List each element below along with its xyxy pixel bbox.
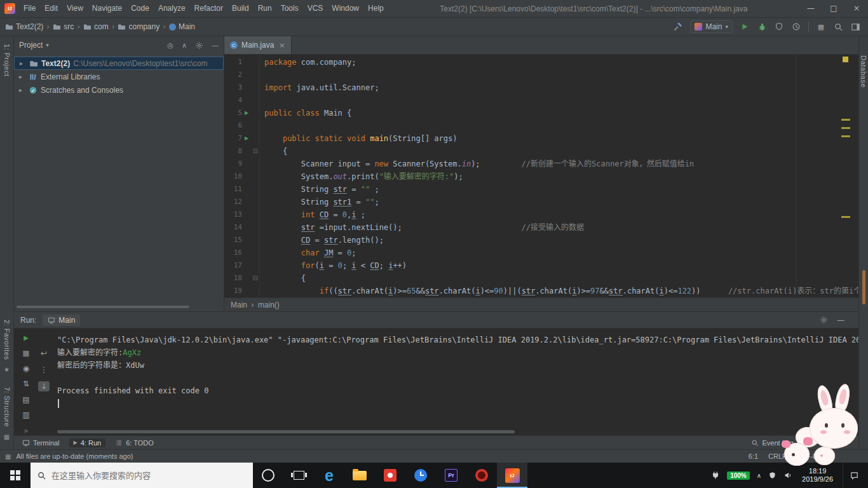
- run-line-icon[interactable]: ▶: [245, 132, 248, 145]
- inspection-indicator[interactable]: [843, 57, 848, 62]
- tool-button-todo[interactable]: 6: TODO: [111, 438, 158, 447]
- taskbar-clock[interactable]: 18:19 2019/9/26: [799, 467, 836, 484]
- run-tab-main[interactable]: Main: [43, 315, 80, 326]
- collapse-all-icon[interactable]: ∧: [182, 41, 187, 50]
- editor-tab-main-java[interactable]: C Main.java ×: [224, 36, 292, 54]
- tray-expand-icon[interactable]: ∧: [757, 472, 761, 479]
- menu-run[interactable]: Run: [254, 0, 276, 17]
- notification-center-icon[interactable]: [843, 463, 865, 488]
- project-horizontal-scrollbar[interactable]: [17, 306, 189, 308]
- strip-grid-icon[interactable]: ▦: [4, 433, 10, 440]
- menu-file[interactable]: File: [19, 0, 40, 17]
- menu-help[interactable]: Help: [363, 0, 388, 17]
- taskbar-app-red[interactable]: [375, 463, 405, 488]
- breadcrumb-item[interactable]: Text2(2): [5, 22, 43, 31]
- tool-window-button-project[interactable]: 1: Project: [3, 44, 11, 76]
- profiler-icon[interactable]: [791, 22, 801, 32]
- start-button[interactable]: [0, 463, 31, 488]
- menu-edit[interactable]: Edit: [40, 0, 62, 17]
- taskbar-app-dark-red[interactable]: [466, 463, 497, 488]
- volume-icon[interactable]: [783, 471, 792, 480]
- tool-window-switcher-icon[interactable]: ▦: [5, 453, 11, 460]
- clear-all-icon[interactable]: ▥: [20, 410, 32, 419]
- maximize-button[interactable]: □: [822, 0, 845, 17]
- taskbar-intellij[interactable]: IJ: [497, 463, 527, 488]
- tool-windows-grid-icon[interactable]: ▦: [816, 22, 826, 32]
- breadcrumb-item[interactable]: company: [118, 22, 159, 31]
- menu-tools[interactable]: Tools: [276, 0, 303, 17]
- build-hammer-icon[interactable]: [673, 22, 683, 32]
- breadcrumb-method[interactable]: main(): [258, 301, 280, 309]
- tool-button-terminal[interactable]: Terminal: [18, 438, 64, 447]
- settings-gear-icon[interactable]: [820, 316, 828, 324]
- hide-panel-icon[interactable]: —: [212, 41, 219, 50]
- stop-button[interactable]: ■: [20, 348, 32, 357]
- taskbar-edge[interactable]: e: [314, 463, 344, 488]
- breadcrumb-item[interactable]: src: [53, 22, 74, 31]
- tree-item-external-libraries[interactable]: ▸ External Libraries: [14, 70, 224, 83]
- scroll-to-end-icon[interactable]: ↓: [38, 381, 50, 391]
- taskbar-file-explorer[interactable]: [344, 463, 375, 488]
- search-everywhere-icon[interactable]: [833, 22, 843, 32]
- close-button[interactable]: ×: [845, 0, 868, 17]
- code-editor[interactable]: 1package com.company;23import java.util.…: [224, 55, 858, 297]
- taskbar-search[interactable]: [31, 463, 253, 488]
- expand-arrow-icon[interactable]: ▸: [20, 60, 26, 67]
- taskbar-premiere[interactable]: Pr: [436, 463, 466, 488]
- menu-navigate[interactable]: Navigate: [88, 0, 126, 17]
- battery-indicator[interactable]: 100%: [727, 471, 750, 480]
- rerun-button[interactable]: ▶: [20, 333, 32, 342]
- breadcrumb-item[interactable]: com: [83, 22, 109, 31]
- overflow-icon[interactable]: ⋮: [38, 365, 50, 375]
- run-configuration-select[interactable]: Main ▾: [690, 20, 733, 33]
- run-line-icon[interactable]: ▶: [245, 107, 248, 119]
- tool-button-run[interactable]: ▶ 4: Run: [69, 438, 106, 447]
- restore-layout-icon[interactable]: ⇅: [20, 379, 32, 388]
- layout-panel-icon[interactable]: [850, 22, 860, 32]
- print-icon[interactable]: ▤: [20, 395, 32, 404]
- project-view-select[interactable]: Project ▾: [19, 41, 49, 50]
- caret-position[interactable]: 6:1: [749, 452, 758, 460]
- defender-shield-icon[interactable]: [768, 471, 776, 480]
- menu-code[interactable]: Code: [126, 0, 154, 17]
- coverage-shield-icon[interactable]: [774, 22, 784, 32]
- settings-gear-icon[interactable]: [195, 41, 203, 50]
- menu-view[interactable]: View: [62, 0, 88, 17]
- menu-analyze[interactable]: Analyze: [154, 0, 190, 17]
- taskbar-cortana[interactable]: [253, 463, 283, 488]
- tool-window-button-structure[interactable]: 7: Structure: [3, 387, 11, 427]
- breadcrumb-class[interactable]: Main: [231, 301, 247, 309]
- close-tab-icon[interactable]: ×: [279, 41, 285, 50]
- hide-panel-icon[interactable]: —: [837, 316, 844, 325]
- minimize-button[interactable]: —: [799, 0, 822, 17]
- menu-build[interactable]: Build: [227, 0, 254, 17]
- tree-item-scratches[interactable]: ▸ Scratches and Consoles: [14, 83, 224, 97]
- locate-file-icon[interactable]: ◎: [167, 41, 173, 50]
- fold-icon[interactable]: ⊟: [253, 148, 258, 154]
- taskbar-app-clock[interactable]: [405, 463, 436, 488]
- taskbar-task-view[interactable]: [283, 463, 314, 488]
- console-horizontal-scrollbar[interactable]: [57, 430, 515, 433]
- expand-arrow-icon[interactable]: ▸: [19, 86, 25, 93]
- run-console[interactable]: "C:\Program Files\Java\jdk-12.0.2\bin\ja…: [57, 329, 858, 435]
- tree-item-project-root[interactable]: ▸ Text2(2) C:\Users\Lenovo\Desktop\test1…: [14, 57, 224, 70]
- tool-window-button-database[interactable]: Database: [860, 55, 867, 88]
- menu-vcs[interactable]: VCS: [303, 0, 328, 17]
- debug-bug-icon[interactable]: [757, 22, 767, 32]
- more-icon[interactable]: »: [20, 426, 32, 435]
- fold-icon[interactable]: ⊟: [253, 275, 258, 281]
- search-input[interactable]: [51, 471, 236, 480]
- thread-dump-icon[interactable]: ◉: [20, 364, 32, 373]
- menu-window[interactable]: Window: [327, 0, 363, 17]
- run-button[interactable]: [740, 22, 750, 32]
- menu-refactor[interactable]: Refactor: [190, 0, 227, 17]
- power-plug-icon[interactable]: [711, 471, 720, 480]
- editor-scrollbar-thumb[interactable]: [862, 270, 865, 304]
- expand-arrow-icon[interactable]: ▸: [19, 73, 25, 80]
- code-text: CD = str.length();: [260, 234, 384, 247]
- breadcrumb-item[interactable]: Main: [169, 22, 195, 31]
- tool-window-button-favorites[interactable]: 2: Favorites: [3, 320, 11, 360]
- soft-wrap-icon[interactable]: ↩: [38, 348, 50, 358]
- editor-tab-label: Main.java: [241, 41, 274, 50]
- code-token: =: [351, 198, 365, 207]
